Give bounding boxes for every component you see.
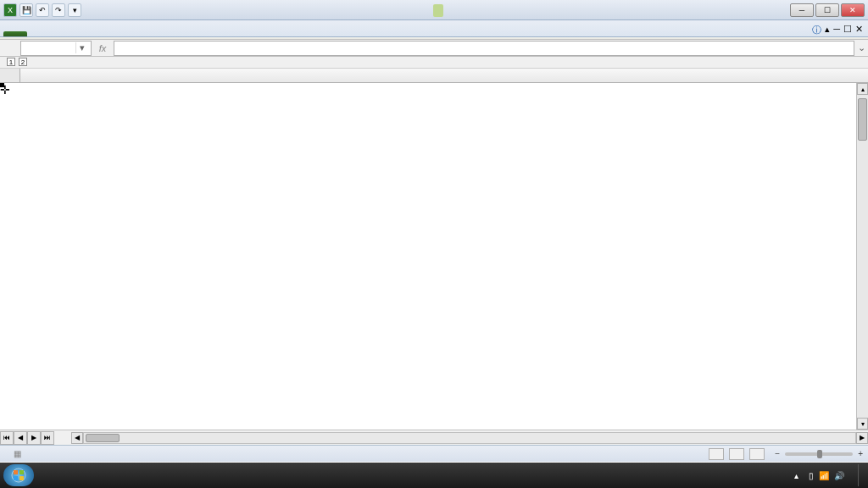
hscroll-left-icon[interactable]: ◀ — [71, 432, 83, 444]
zoom-slider[interactable] — [785, 452, 853, 456]
ribbon-tab-data[interactable] — [95, 31, 112, 36]
ribbon-tab-view[interactable] — [129, 31, 146, 36]
sheet-prev-icon[interactable]: ◀ — [14, 431, 27, 445]
svg-rect-4 — [19, 476, 24, 480]
qat-customize-icon[interactable]: ▾ — [68, 3, 81, 17]
active-cell-indicator — [0, 83, 3, 86]
vertical-scrollbar[interactable]: ▴ ▾ — [856, 83, 868, 430]
quick-access-toolbar: X 💾 ↶ ↷ ▾ — [3, 3, 81, 17]
maximize-button[interactable]: ☐ — [815, 3, 839, 17]
sheet-next-icon[interactable]: ▶ — [27, 431, 41, 445]
help-icon[interactable]: ⓘ — [812, 24, 821, 36]
close-button[interactable]: ✕ — [841, 3, 865, 17]
window-title — [81, 4, 790, 16]
view-pagebreak-icon[interactable] — [749, 448, 765, 460]
zoom-out-icon[interactable]: − — [775, 449, 780, 458]
column-headers — [0, 69, 868, 83]
horizontal-scrollbar[interactable]: ◀ ▶ — [71, 432, 868, 444]
view-layout-icon[interactable] — [729, 448, 744, 460]
ribbon-tab-formulas[interactable] — [78, 31, 95, 36]
file-tab[interactable] — [3, 31, 27, 36]
ribbon-tab-developer[interactable] — [146, 31, 163, 36]
view-normal-icon[interactable] — [709, 448, 724, 460]
tray-network-icon[interactable]: 📶 — [819, 471, 829, 480]
worksheet-grid[interactable]: ▴ ▾ ✛ — [0, 69, 868, 430]
windows-taskbar: ▴ ▯ 📶 🔊 — [0, 463, 868, 488]
zoom-in-icon[interactable]: + — [858, 449, 863, 458]
ribbon-tab-home[interactable] — [27, 31, 44, 36]
namebox-dropdown-icon[interactable]: ▾ — [75, 42, 87, 53]
tray-show-hidden-icon[interactable]: ▴ — [794, 471, 798, 480]
workbook-close-icon[interactable]: ✕ — [855, 24, 863, 36]
ribbon-tab-design[interactable] — [205, 31, 222, 36]
excel-icon[interactable]: X — [3, 3, 17, 17]
scroll-up-icon[interactable]: ▴ — [857, 83, 868, 95]
undo-icon[interactable]: ↶ — [36, 3, 49, 17]
vscroll-thumb[interactable] — [858, 98, 867, 141]
sheet-first-icon[interactable]: ⏮ — [0, 431, 14, 445]
outline-level-1[interactable]: 1 — [7, 58, 15, 66]
save-icon[interactable]: 💾 — [19, 3, 33, 17]
context-tab-group — [433, 4, 443, 17]
tray-flag-icon[interactable]: ▯ — [809, 471, 814, 480]
ribbon-tabs: ⓘ ▴ ─ ☐ ✕ — [0, 20, 868, 37]
hscroll-thumb[interactable] — [86, 434, 120, 442]
status-macro-icon[interactable]: ▦ — [14, 449, 21, 458]
select-all-corner[interactable] — [0, 69, 20, 82]
show-desktop-button[interactable] — [858, 464, 865, 486]
workbook-restore-icon[interactable]: ☐ — [843, 24, 852, 36]
ribbon-tab-insert[interactable] — [44, 31, 61, 36]
svg-rect-1 — [14, 470, 18, 474]
fx-icon[interactable]: fx — [95, 41, 110, 56]
start-button[interactable] — [3, 464, 34, 486]
outline-level-2[interactable]: 2 — [19, 58, 27, 66]
name-box[interactable]: ▾ — [20, 41, 92, 56]
formula-input[interactable] — [114, 41, 854, 56]
ribbon-minimize-icon[interactable]: ▴ — [825, 24, 830, 36]
outline-bar: 1 2 — [0, 57, 868, 69]
workbook-minimize-icon[interactable]: ─ — [833, 24, 840, 36]
formula-expand-icon[interactable]: ⌄ — [854, 42, 868, 53]
redo-icon[interactable]: ↷ — [52, 3, 65, 17]
tray-volume-icon[interactable]: 🔊 — [834, 471, 844, 480]
sheet-last-icon[interactable]: ⏭ — [41, 431, 54, 445]
hscroll-right-icon[interactable]: ▶ — [856, 432, 868, 444]
cursor-icon: ✛ — [0, 83, 10, 97]
sheet-nav: ⏮ ◀ ▶ ⏭ — [0, 431, 54, 445]
status-bar: ▦ − + — [0, 445, 868, 462]
formula-bar-row: ▾ fx ⌄ — [0, 40, 868, 57]
ribbon-tab-review[interactable] — [112, 31, 129, 36]
svg-rect-2 — [19, 470, 24, 474]
svg-rect-3 — [14, 476, 18, 480]
minimize-button[interactable]: ─ — [790, 3, 814, 17]
sheet-tab-row: ⏮ ◀ ▶ ⏭ ◀ ▶ — [0, 430, 868, 445]
ribbon-tab-page-layout[interactable] — [61, 31, 78, 36]
scroll-down-icon[interactable]: ▾ — [857, 418, 868, 430]
system-tray: ▴ ▯ 📶 🔊 — [794, 464, 865, 486]
title-bar: X 💾 ↶ ↷ ▾ ─ ☐ ✕ — [0, 0, 868, 20]
